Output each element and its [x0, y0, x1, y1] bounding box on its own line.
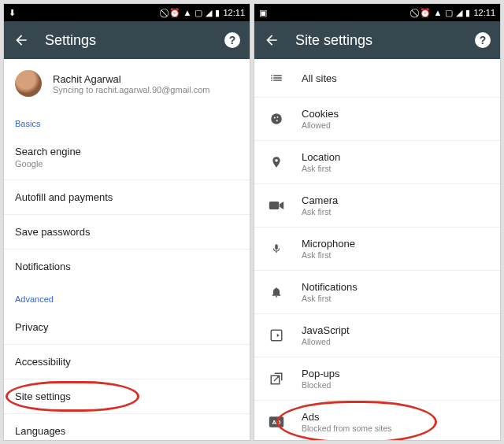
profile-row[interactable]: Rachit Agarwal Syncing to rachit.agarwal… [4, 59, 250, 108]
advanced-section-label: Advanced [4, 283, 250, 310]
svg-point-3 [276, 120, 278, 121]
battery-icon: ▮ [215, 8, 220, 18]
page-title: Settings [45, 32, 224, 49]
clock: 12:11 [223, 8, 245, 17]
microphone-icon [265, 240, 287, 257]
download-icon: ⬇ [9, 8, 16, 18]
ads-row[interactable]: AD AdsBlocked from some sites [254, 401, 500, 440]
autofill-row[interactable]: Autofill and payments [4, 180, 250, 215]
settings-list: Rachit Agarwal Syncing to rachit.agarwal… [4, 59, 250, 440]
status-bar: ⬇ ⃠ ⏰ ▲ ▢ ◢ ▮ 12:11 [4, 4, 250, 21]
help-button[interactable]: ? [475, 32, 491, 48]
javascript-row[interactable]: JavaScriptAllowed [254, 314, 500, 357]
app-bar: Settings ? [4, 21, 250, 59]
basics-section-label: Basics [4, 108, 250, 135]
profile-sync: Syncing to rachit.agarwal.90@gmail.com [53, 85, 209, 94]
avatar [15, 70, 42, 97]
profile-name: Rachit Agarwal [53, 73, 209, 85]
privacy-row[interactable]: Privacy [4, 310, 250, 345]
location-row[interactable]: LocationAsk first [254, 141, 500, 184]
no-sim-icon: ▢ [445, 8, 453, 18]
wifi-icon: ▲ [434, 8, 443, 17]
camera-row[interactable]: CameraAsk first [254, 184, 500, 228]
javascript-icon [265, 327, 287, 344]
microphone-row[interactable]: MicrophoneAsk first [254, 228, 500, 271]
battery-icon: ▮ [465, 8, 470, 18]
site-settings-list: All sites CookiesAllowed LocationAsk fir… [254, 59, 500, 440]
cookies-row[interactable]: CookiesAllowed [254, 98, 500, 141]
alarm-icon: ⏰ [420, 8, 431, 18]
popup-icon [265, 370, 287, 387]
languages-row[interactable]: Languages [4, 414, 250, 440]
popups-row[interactable]: Pop-upsBlocked [254, 357, 500, 401]
app-icon: ▣ [259, 8, 267, 18]
location-icon [265, 154, 287, 171]
camera-icon [265, 197, 287, 214]
no-sim-icon: ▢ [195, 8, 202, 18]
svg-point-2 [277, 117, 279, 118]
list-icon [265, 69, 287, 87]
phone-right: ▣ ⃠ ⏰ ▲ ▢ ◢ ▮ 12:11 Site settings ? All … [254, 3, 501, 441]
site-settings-row[interactable]: Site settings [4, 379, 250, 414]
clock: 12:11 [473, 8, 495, 17]
status-bar: ▣ ⃠ ⏰ ▲ ▢ ◢ ▮ 12:11 [254, 4, 500, 21]
wifi-icon: ▲ [183, 8, 192, 17]
cookie-icon [265, 110, 287, 128]
svg-text:AD: AD [272, 419, 281, 426]
app-bar: Site settings ? [254, 21, 500, 59]
page-title: Site settings [295, 32, 475, 49]
signal-icon: ◢ [206, 8, 212, 18]
signal-icon: ◢ [456, 8, 462, 18]
ads-icon: AD [265, 413, 287, 431]
back-button[interactable] [264, 32, 280, 48]
phone-left: ⬇ ⃠ ⏰ ▲ ▢ ◢ ▮ 12:11 Settings ? Rachit Ag… [3, 3, 250, 441]
all-sites-row[interactable]: All sites [254, 59, 500, 98]
back-button[interactable] [13, 32, 29, 48]
svg-point-0 [271, 113, 282, 124]
accessibility-row[interactable]: Accessibility [4, 345, 250, 379]
svg-point-1 [274, 117, 276, 118]
help-button[interactable]: ? [224, 32, 240, 48]
alarm-icon: ⏰ [169, 8, 180, 18]
svg-rect-4 [269, 202, 280, 209]
search-engine-row[interactable]: Search engine Google [4, 135, 250, 180]
notifications-row[interactable]: NotificationsAsk first [254, 271, 500, 314]
bell-icon [265, 283, 287, 301]
notifications-row[interactable]: Notifications [4, 250, 250, 283]
save-passwords-row[interactable]: Save passwords [4, 215, 250, 250]
svg-rect-5 [271, 330, 282, 341]
